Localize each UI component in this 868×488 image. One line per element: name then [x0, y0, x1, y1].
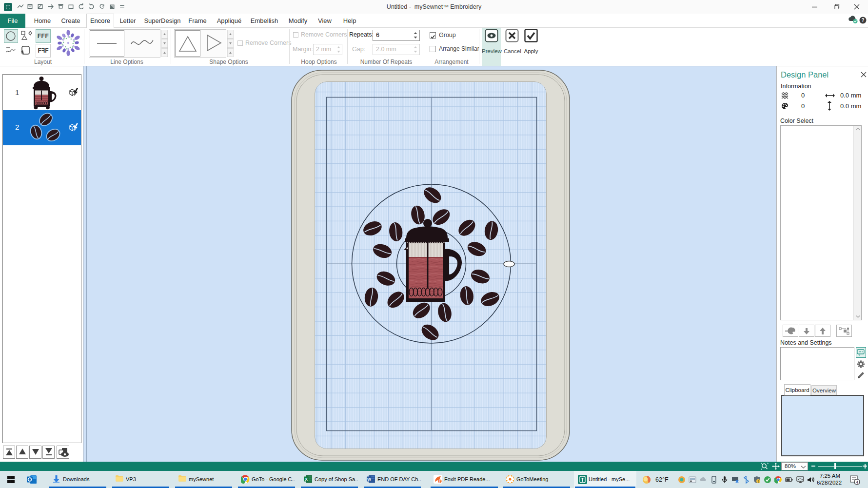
svg-text:4: 4: [856, 480, 858, 485]
svg-text:!: !: [758, 480, 759, 483]
svg-text:?: ?: [861, 18, 864, 23]
svg-text:W: W: [367, 477, 372, 482]
svg-text:X: X: [305, 477, 308, 482]
